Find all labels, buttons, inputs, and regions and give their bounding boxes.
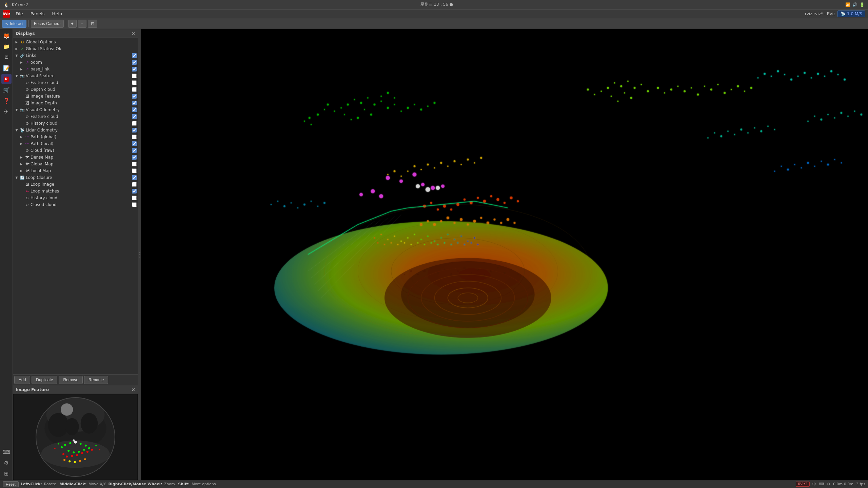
- svg-point-75: [634, 87, 636, 89]
- svg-point-89: [691, 87, 692, 88]
- tree-item-base-link[interactable]: ↗ base_link: [13, 66, 138, 73]
- menu-help[interactable]: Help: [49, 11, 66, 17]
- checkbox-loop-closure[interactable]: [132, 175, 137, 180]
- remove-button[interactable]: Remove: [59, 376, 83, 384]
- dock-code[interactable]: 📝: [1, 63, 12, 73]
- checkbox-visual-feature[interactable]: [132, 74, 137, 78]
- tree-item-history-cloud-2[interactable]: ⊙ History cloud: [13, 195, 138, 201]
- checkbox-image-depth[interactable]: [132, 101, 137, 105]
- tree-area[interactable]: ⚙ Global Options ✓ Global Status: Ok 🔗 L…: [13, 38, 138, 374]
- menu-file[interactable]: File: [12, 11, 26, 17]
- duplicate-button[interactable]: Duplicate: [32, 376, 57, 384]
- tree-item-image-feature[interactable]: 🖼 Image Feature: [13, 93, 138, 100]
- checkbox-lidar-odometry[interactable]: [132, 128, 137, 133]
- tree-item-history-cloud[interactable]: ⊙ History cloud: [13, 120, 138, 127]
- dock-rviz[interactable]: R: [1, 74, 12, 84]
- rename-button[interactable]: Rename: [84, 376, 108, 384]
- dock-terminal-2[interactable]: ⌨: [1, 447, 12, 457]
- menu-panels[interactable]: Panels: [27, 11, 48, 17]
- checkbox-links[interactable]: [132, 53, 137, 58]
- viewport[interactable]: [141, 29, 868, 480]
- svg-point-132: [483, 200, 486, 203]
- svg-point-187: [464, 244, 465, 245]
- tree-item-loop-matches[interactable]: ↔ Loop matches: [13, 188, 138, 195]
- tree-item-visual-feature[interactable]: 📷 Visual Feature: [13, 73, 138, 79]
- tree-item-image-depth[interactable]: 🖼 Image Depth: [13, 100, 138, 106]
- svg-point-158: [374, 237, 375, 239]
- reset-button[interactable]: Reset: [3, 481, 19, 487]
- svg-point-139: [510, 197, 513, 199]
- resize-dots: [139, 248, 140, 261]
- checkbox-local-map[interactable]: [132, 168, 137, 173]
- tree-item-feature-cloud-2[interactable]: ⊙ Feature cloud: [13, 113, 138, 120]
- fit-button[interactable]: ⊡: [88, 20, 97, 28]
- arrow-global-map: [19, 162, 24, 166]
- tree-item-visual-odometry[interactable]: 📷 Visual Odometry: [13, 106, 138, 113]
- tree-item-local-map[interactable]: 🗺 Local Map: [13, 167, 138, 174]
- checkbox-dense-map[interactable]: [132, 155, 137, 160]
- tree-item-loop-image[interactable]: 🖼 Loop image: [13, 181, 138, 188]
- checkbox-path-global[interactable]: [132, 135, 137, 139]
- checkbox-base-link[interactable]: [132, 67, 137, 72]
- dock-apps[interactable]: ⊞: [1, 468, 12, 479]
- checkbox-feature-cloud-2[interactable]: [132, 114, 137, 119]
- tree-item-cloud-raw[interactable]: ⊙ Cloud (raw): [13, 147, 138, 154]
- zoom-out-button[interactable]: −: [78, 20, 86, 28]
- dock-settings[interactable]: ⚙: [1, 458, 12, 468]
- svg-point-221: [271, 204, 272, 205]
- checkbox-cloud-raw[interactable]: [132, 148, 137, 153]
- network-icon: 📶: [845, 2, 850, 7]
- icon-global-map: 🗺: [24, 161, 30, 167]
- tree-item-feature-cloud[interactable]: ⊙ Feature cloud: [13, 79, 138, 86]
- tree-item-dense-map[interactable]: 🗺 Dense Map: [13, 154, 138, 161]
- tree-item-depth-cloud[interactable]: ⊙ Depth cloud: [13, 86, 138, 93]
- interact-button[interactable]: ↖ Interact: [2, 20, 26, 28]
- tree-item-odom[interactable]: ↗ odom: [13, 59, 138, 66]
- dock-shop[interactable]: 🛒: [1, 85, 12, 95]
- svg-point-194: [734, 134, 735, 135]
- battery-icon: 🔋: [860, 2, 865, 7]
- checkbox-visual-odometry[interactable]: [132, 107, 137, 112]
- displays-close-button[interactable]: ✕: [131, 31, 135, 36]
- checkbox-image-feature[interactable]: [132, 94, 137, 99]
- checkbox-global-map[interactable]: [132, 162, 137, 166]
- right-click-action: Zoom.: [164, 482, 176, 486]
- svg-point-118: [440, 162, 442, 164]
- dock-help[interactable]: ❓: [1, 96, 12, 106]
- icon-loop-matches: ↔: [24, 188, 30, 194]
- checkbox-loop-matches[interactable]: [132, 189, 137, 194]
- panel-buttons: Add Duplicate Remove Rename: [13, 374, 138, 385]
- arrow-loop-image: [19, 182, 24, 187]
- checkbox-depth-cloud[interactable]: [132, 87, 137, 92]
- svg-point-243: [436, 186, 440, 190]
- image-panel-close[interactable]: ✕: [131, 387, 135, 392]
- checkbox-odom[interactable]: [132, 60, 137, 65]
- dock-terminal[interactable]: 🖥: [1, 52, 12, 62]
- label-history-cloud: History cloud: [31, 121, 131, 126]
- tree-item-path-global[interactable]: 〰 Path (global): [13, 134, 138, 140]
- checkbox-path-local[interactable]: [132, 141, 137, 146]
- label-feature-cloud-2: Feature cloud: [31, 114, 131, 119]
- checkbox-feature-cloud[interactable]: [132, 80, 137, 85]
- checkbox-history-cloud-2[interactable]: [132, 196, 137, 200]
- label-visual-odometry: Visual Odometry: [26, 107, 131, 112]
- tree-item-global-map[interactable]: 🗺 Global Map: [13, 161, 138, 167]
- resize-handle[interactable]: [138, 29, 141, 480]
- tree-item-loop-closure[interactable]: 🔄 Loop Closure: [13, 174, 138, 181]
- checkbox-closed-cloud[interactable]: [132, 202, 137, 207]
- status-bar: Reset Left-Click: Rotate. Middle-Click: …: [0, 480, 868, 488]
- checkbox-history-cloud[interactable]: [132, 121, 137, 126]
- tree-item-links[interactable]: 🔗 Links: [13, 52, 138, 59]
- tree-item-lidar-odometry[interactable]: 📡 Lidar Odometry: [13, 127, 138, 134]
- checkbox-loop-image[interactable]: [132, 182, 137, 187]
- zoom-in-button[interactable]: +: [68, 20, 77, 28]
- tree-item-global-status[interactable]: ✓ Global Status: Ok: [13, 45, 138, 52]
- dock-files[interactable]: 📁: [1, 41, 12, 52]
- dock-firefox[interactable]: 🦊: [1, 30, 12, 41]
- tree-item-global-options[interactable]: ⚙ Global Options: [13, 39, 138, 45]
- add-button[interactable]: Add: [14, 376, 30, 384]
- dock-piaware[interactable]: ✈: [1, 106, 12, 117]
- focus-camera-button[interactable]: Focus Camera: [31, 20, 64, 28]
- tree-item-closed-cloud[interactable]: ⊙ Closed cloud: [13, 201, 138, 208]
- tree-item-path-local[interactable]: 〰 Path (local): [13, 140, 138, 147]
